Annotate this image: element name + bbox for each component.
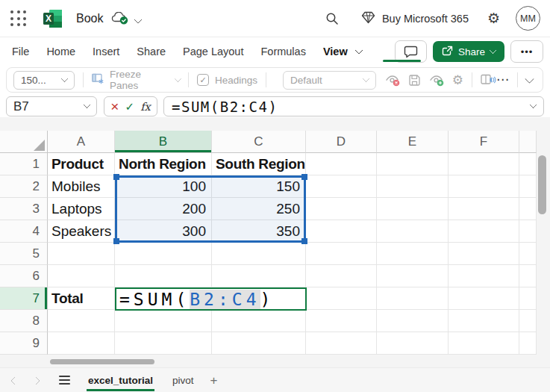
- document-title[interactable]: Book: [76, 12, 103, 25]
- cell-A6[interactable]: [48, 265, 115, 287]
- cell-A4[interactable]: Speakers: [48, 220, 115, 243]
- cell-F8[interactable]: [449, 310, 519, 332]
- zoom-level-dropdown[interactable]: 150...: [13, 71, 75, 90]
- cell-F7[interactable]: [449, 287, 519, 310]
- cell-C9[interactable]: [212, 332, 306, 355]
- row-header-8[interactable]: 8: [0, 310, 48, 332]
- cell-B8[interactable]: [115, 310, 212, 332]
- menu-share[interactable]: Share: [137, 46, 166, 57]
- cell-E4[interactable]: [377, 220, 449, 243]
- cell-B6[interactable]: [115, 265, 212, 287]
- cell-F2[interactable]: [449, 175, 519, 198]
- cell-A2[interactable]: Mobiles: [48, 175, 115, 198]
- cell-D3[interactable]: [306, 198, 377, 220]
- more-options-button[interactable]: •••: [510, 40, 543, 63]
- cell-E3[interactable]: [377, 198, 449, 220]
- cell-D7[interactable]: [306, 287, 377, 310]
- col-header-C[interactable]: C: [212, 131, 306, 153]
- select-all-corner[interactable]: [0, 131, 48, 153]
- range-handle-icon[interactable]: [113, 174, 119, 180]
- cell-C1[interactable]: South Region: [212, 153, 306, 175]
- active-cell-editor-B7[interactable]: =SUM( B2:C4 ): [115, 287, 307, 311]
- row-header-5[interactable]: 5: [0, 243, 48, 265]
- cell-F4[interactable]: [449, 220, 519, 243]
- sheet-tab-excel-tutorial[interactable]: excel_tutorial: [87, 370, 154, 391]
- row-header-9[interactable]: 9: [0, 332, 48, 355]
- col-header-E[interactable]: E: [377, 131, 449, 153]
- row-header-2[interactable]: 2: [0, 175, 48, 198]
- immersive-reader-icon[interactable]: [481, 74, 496, 86]
- buy-microsoft-365-button[interactable]: Buy Microsoft 365: [361, 11, 469, 26]
- cell-G8[interactable]: [519, 310, 537, 332]
- expand-formula-bar-chevron-icon[interactable]: [530, 102, 537, 109]
- cell-F1[interactable]: [449, 153, 519, 175]
- cell-E6[interactable]: [377, 265, 449, 287]
- row-header-3[interactable]: 3: [0, 198, 48, 220]
- cell-G2[interactable]: [519, 175, 537, 198]
- new-sheet-view-icon[interactable]: [429, 74, 444, 87]
- col-header-A[interactable]: A: [48, 131, 115, 153]
- cell-G7[interactable]: [519, 287, 537, 310]
- menu-formulas[interactable]: Formulas: [260, 46, 305, 57]
- range-handle-icon[interactable]: [301, 174, 307, 180]
- cell-E2[interactable]: [377, 175, 449, 198]
- cell-G5[interactable]: [519, 243, 537, 265]
- cell-B5[interactable]: [115, 243, 212, 265]
- cell-G9[interactable]: [519, 332, 537, 355]
- sheet-list-menu-icon[interactable]: [59, 376, 70, 385]
- cell-G6[interactable]: [519, 265, 537, 287]
- cell-E5[interactable]: [377, 243, 449, 265]
- formula-reference-range-B2-C4[interactable]: [115, 175, 306, 243]
- settings-gear-icon[interactable]: ⚙: [487, 11, 500, 25]
- menu-home[interactable]: Home: [46, 46, 75, 57]
- cell-D1[interactable]: [306, 153, 377, 175]
- cell-E1[interactable]: [377, 153, 449, 175]
- cell-A3[interactable]: Laptops: [48, 198, 115, 220]
- sheet-view-options-gear-icon[interactable]: ⚙: [452, 74, 463, 87]
- cell-C8[interactable]: [212, 310, 306, 332]
- menu-file[interactable]: File: [12, 46, 29, 57]
- row-header-7[interactable]: 7: [0, 287, 48, 310]
- vertical-scrollbar-thumb[interactable]: [538, 155, 546, 214]
- cell-A9[interactable]: [48, 332, 115, 355]
- horizontal-scrollbar-thumb[interactable]: [50, 359, 154, 364]
- formula-bar-input[interactable]: =SUM(B2:C4): [163, 96, 544, 116]
- sheet-tab-pivot[interactable]: pivot: [171, 370, 196, 391]
- cell-A1[interactable]: Product: [48, 153, 115, 175]
- toolbar-overflow-icon[interactable]: ⋯: [496, 76, 509, 84]
- insert-function-button[interactable]: fx: [140, 101, 151, 113]
- save-icon[interactable]: [408, 74, 421, 87]
- row-header-1[interactable]: 1: [0, 153, 48, 175]
- col-header-B[interactable]: B: [115, 131, 212, 153]
- cell-B9[interactable]: [115, 332, 212, 355]
- cell-F5[interactable]: [449, 243, 519, 265]
- col-header-G-partial[interactable]: [519, 131, 537, 153]
- cell-A5[interactable]: [48, 243, 115, 265]
- cancel-entry-button[interactable]: ×: [110, 99, 119, 113]
- confirm-entry-button[interactable]: ✓: [125, 101, 134, 112]
- menu-insert[interactable]: Insert: [93, 46, 119, 57]
- excel-logo-icon[interactable]: X: [43, 9, 63, 28]
- range-handle-icon[interactable]: [113, 238, 119, 244]
- cell-E8[interactable]: [377, 310, 449, 332]
- cell-E9[interactable]: [377, 332, 449, 355]
- cell-B1[interactable]: North Region: [115, 153, 212, 175]
- range-handle-icon[interactable]: [301, 238, 307, 244]
- share-button[interactable]: Share: [433, 41, 504, 62]
- freeze-panes-dropdown[interactable]: Freeze Panes: [92, 69, 180, 91]
- cell-A7[interactable]: Total: [48, 287, 115, 310]
- menu-view[interactable]: View: [323, 46, 362, 57]
- exit-sheet-view-icon[interactable]: [385, 74, 400, 87]
- previous-sheet-chevron-icon[interactable]: [12, 375, 18, 386]
- cell-C6[interactable]: [212, 265, 306, 287]
- menu-page-layout[interactable]: Page Layout: [183, 46, 243, 57]
- cell-D5[interactable]: [306, 243, 377, 265]
- account-avatar[interactable]: MM: [516, 6, 540, 31]
- name-box[interactable]: B7: [6, 96, 97, 116]
- cell-D6[interactable]: [306, 265, 377, 287]
- col-header-F[interactable]: F: [449, 131, 519, 153]
- search-icon[interactable]: [325, 12, 339, 25]
- cell-A8[interactable]: [48, 310, 115, 332]
- cell-F9[interactable]: [449, 332, 519, 355]
- next-sheet-chevron-icon[interactable]: [33, 375, 39, 386]
